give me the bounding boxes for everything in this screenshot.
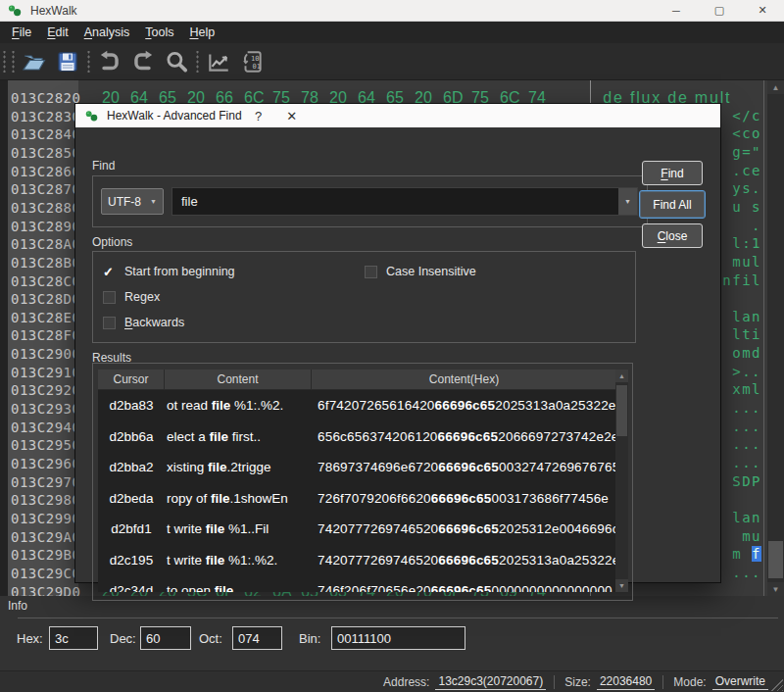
toolbar-grip[interactable] bbox=[2, 51, 7, 73]
redo-icon[interactable] bbox=[128, 47, 158, 76]
result-content: t write file %1:.%2. bbox=[165, 553, 312, 568]
result-row[interactable]: d2bba2xisting file.2trigge78697374696e67… bbox=[98, 452, 616, 483]
dialog-body: Find UTF-8 ▼ file ▼ Find Find All Close … bbox=[75, 127, 720, 584]
editor-vertical-scrollbar[interactable]: ▲ ▼ bbox=[767, 80, 784, 596]
search-icon[interactable] bbox=[162, 47, 191, 76]
ascii-fragment[interactable]: lan bbox=[720, 309, 761, 324]
menu-item-tools[interactable]: Tools bbox=[137, 24, 181, 41]
minimize-button[interactable]: ─ bbox=[655, 0, 698, 22]
dialog-close-button[interactable]: ✕ bbox=[275, 104, 309, 127]
ascii-fragment[interactable]: lan bbox=[720, 510, 761, 525]
dialog-help-button[interactable]: ? bbox=[242, 104, 275, 127]
ascii-fragment[interactable]: ... bbox=[720, 436, 761, 452]
ascii-fragment[interactable]: ... bbox=[720, 565, 761, 580]
scroll-up-icon[interactable]: ▲ bbox=[767, 80, 784, 94]
maximize-button[interactable]: ▢ bbox=[698, 0, 741, 22]
menu-item-analysis[interactable]: Analysis bbox=[76, 24, 138, 41]
ascii-fragment[interactable]: lti bbox=[720, 326, 761, 342]
info-value-dec[interactable]: 60 bbox=[140, 626, 191, 650]
results-scrollbar[interactable]: ▲ ▼ bbox=[615, 370, 628, 592]
column-header-cursor[interactable]: Cursor bbox=[98, 370, 165, 389]
ascii-fragment[interactable]: ys. bbox=[720, 180, 761, 196]
ascii-right-separator bbox=[763, 80, 764, 596]
ascii-fragment[interactable]: l:1 bbox=[720, 235, 761, 251]
result-row[interactable]: d2bb6aelect a file first..656c6563742061… bbox=[98, 421, 616, 453]
checkbox-box bbox=[103, 317, 116, 329]
ascii-fragment[interactable]: xml bbox=[720, 381, 761, 397]
ascii-fragment[interactable]: <co bbox=[720, 125, 761, 141]
menu-item-file[interactable]: File bbox=[4, 24, 39, 41]
search-dropdown-button[interactable]: ▼ bbox=[618, 188, 637, 215]
charts-icon[interactable] bbox=[204, 47, 233, 76]
info-value-bin[interactable]: 00111100 bbox=[331, 626, 466, 650]
mode-value[interactable]: Overwrite bbox=[712, 674, 768, 690]
info-label-dec: Dec: bbox=[110, 631, 136, 646]
menu-item-help[interactable]: Help bbox=[181, 24, 222, 41]
result-row[interactable]: d2bfd1t write file %1..Fil74207772697465… bbox=[98, 514, 616, 545]
toolbar-grip[interactable] bbox=[11, 51, 16, 73]
checkbox-case-insensitive[interactable]: Case Insensitive bbox=[365, 264, 476, 279]
resize-grip[interactable] bbox=[771, 679, 783, 691]
ascii-fragment[interactable]: mul bbox=[720, 254, 761, 270]
scrollbar-thumb[interactable] bbox=[768, 541, 783, 578]
info-section-label: Info bbox=[8, 599, 27, 613]
result-row[interactable]: d2c195t write file %1:.%2.74207772697465… bbox=[98, 545, 616, 576]
binary-analysis-icon[interactable]: 10 01 bbox=[237, 47, 267, 76]
undo-icon[interactable] bbox=[95, 47, 124, 76]
ascii-fragment[interactable]: nfil bbox=[720, 272, 761, 288]
close-button[interactable]: Close bbox=[642, 223, 703, 248]
result-content: elect a file first.. bbox=[165, 429, 312, 444]
column-header-content-hex[interactable]: Content(Hex) bbox=[312, 370, 616, 389]
save-file-icon[interactable] bbox=[53, 47, 82, 76]
title-bar: HexWalk ─ ▢ ✕ bbox=[0, 0, 784, 22]
result-content: xisting file.2trigge bbox=[165, 460, 312, 474]
open-file-icon[interactable] bbox=[20, 47, 49, 76]
ascii-fragment[interactable]: ... bbox=[720, 455, 761, 470]
scrollbar-thumb[interactable] bbox=[616, 385, 627, 436]
result-content-hex: 78697374696e672066696c650032747269676765 bbox=[312, 460, 616, 474]
toolbar-grip[interactable] bbox=[195, 51, 200, 73]
close-window-button[interactable]: ✕ bbox=[741, 0, 784, 22]
ascii-fragment[interactable]: ... bbox=[720, 419, 761, 434]
info-value-oct[interactable]: 074 bbox=[232, 626, 282, 650]
ascii-fragment[interactable]: >.. bbox=[720, 364, 761, 379]
checkbox-regex[interactable]: Regex bbox=[103, 289, 160, 305]
ascii-fragment[interactable]: m f bbox=[720, 546, 761, 562]
ascii-fragment[interactable]: .ce bbox=[720, 163, 761, 178]
scroll-down-icon[interactable]: ▼ bbox=[767, 582, 784, 596]
info-value-hex[interactable]: 3c bbox=[49, 626, 98, 650]
result-row[interactable]: d2bedaropy of file.1showEn726f7079206f66… bbox=[98, 483, 616, 515]
address-cell: 013C2850 bbox=[11, 144, 80, 163]
menu-item-edit[interactable]: Edit bbox=[39, 24, 76, 41]
search-combobox[interactable]: file ▼ bbox=[172, 187, 638, 216]
address-cell: 013C2870 bbox=[11, 180, 80, 199]
address-cell: 013C2840 bbox=[11, 125, 80, 144]
ascii-fragment[interactable]: ... bbox=[720, 400, 761, 416]
address-cell: 013C2980 bbox=[11, 491, 80, 510]
address-value[interactable]: 13c29c3(20720067) bbox=[435, 674, 546, 690]
ascii-fragment[interactable]: SDP bbox=[720, 473, 761, 489]
size-value[interactable]: 22036480 bbox=[597, 674, 655, 690]
result-row[interactable]: d2c34dto open file.746f206f70656e2066696… bbox=[98, 575, 616, 592]
ascii-fragment[interactable]: mu bbox=[720, 528, 761, 544]
address-cell: 013C29C0 bbox=[11, 565, 80, 583]
ascii-fragment[interactable]: . bbox=[720, 218, 761, 233]
find-button[interactable]: Find bbox=[642, 161, 703, 185]
result-cursor: d2bb6a bbox=[98, 429, 165, 444]
find-all-button[interactable]: Find All bbox=[639, 190, 706, 219]
column-header-content[interactable]: Content bbox=[165, 370, 312, 389]
checkbox-start-from-beginning[interactable]: ✓Start from beginning bbox=[103, 264, 235, 279]
checkbox-backwards[interactable]: Backwards bbox=[103, 315, 184, 330]
result-row[interactable]: d2ba83ot read file %1:.%2.6f742072656164… bbox=[98, 390, 616, 421]
scroll-up-icon[interactable]: ▲ bbox=[615, 370, 628, 382]
ascii-fragment[interactable]: </c bbox=[720, 108, 761, 124]
info-label-bin: Bin: bbox=[299, 631, 320, 646]
ascii-fragment[interactable]: u s bbox=[720, 199, 761, 215]
toolbar: 10 01 bbox=[0, 43, 784, 80]
ascii-fragment[interactable]: omd bbox=[720, 345, 761, 361]
ascii-fragment[interactable]: g=" bbox=[720, 144, 761, 160]
address-cell: 013C28C0 bbox=[11, 272, 80, 291]
scroll-down-icon[interactable]: ▼ bbox=[615, 579, 628, 592]
toolbar-grip[interactable] bbox=[86, 51, 91, 73]
encoding-select[interactable]: UTF-8 ▼ bbox=[101, 188, 164, 215]
